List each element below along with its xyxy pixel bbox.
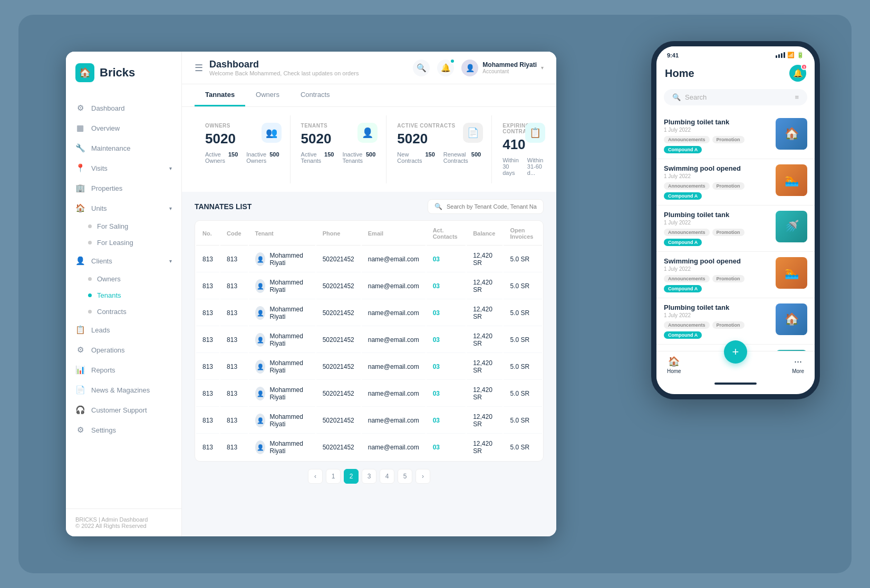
cell-invoices: 5.0 SR xyxy=(504,300,542,326)
mobile-nav-more[interactable]: ··· More xyxy=(792,356,804,374)
sidebar-item-leads[interactable]: 📋 Leads xyxy=(66,320,181,340)
notification-button[interactable]: 🔔 xyxy=(437,60,454,76)
tab-owners[interactable]: Owners xyxy=(245,84,290,106)
feed-item[interactable]: Plumbing toilet tank 1 July 2022 Announc… xyxy=(656,298,815,345)
sidebar-item-operations[interactable]: ⚙ Operations xyxy=(66,340,181,360)
stats-row: OWNERS 5020 👥 Active Owners 150 Inactive… xyxy=(182,107,556,192)
tenant-name: Mohammed Riyati xyxy=(269,306,308,320)
fab-button[interactable]: + xyxy=(724,340,747,364)
stat-sub-item: Inactive Owners 500 xyxy=(246,151,279,164)
sub-dot xyxy=(88,241,92,244)
user-info[interactable]: 👤 Mohammed Riyati Accountant ▾ xyxy=(461,60,544,76)
sidebar-item-settings[interactable]: ⚙ Settings xyxy=(66,420,181,440)
sidebar-item-news[interactable]: 📄 News & Magazines xyxy=(66,380,181,400)
feed-item[interactable]: Swimming pool opened 1 July 2022 Announc… xyxy=(656,252,815,298)
cell-no: 813 xyxy=(196,273,219,299)
cell-act: 03 xyxy=(427,381,466,407)
cell-no: 813 xyxy=(196,408,219,434)
table-row[interactable]: 813 813 👤 Mohammed Riyati 502021452 name… xyxy=(196,247,542,272)
prev-page-button[interactable]: ‹ xyxy=(308,469,323,484)
feed-tag: Announcements xyxy=(664,136,710,143)
stat-card-owners: OWNERS 5020 👥 Active Owners 150 Inactive… xyxy=(195,115,291,183)
tab-contracts[interactable]: Contracts xyxy=(290,84,341,106)
cell-email: name@email.com xyxy=(362,273,426,299)
table-row[interactable]: 813 813 👤 Mohammed Riyati 502021452 name… xyxy=(196,300,542,326)
cell-act: 03 xyxy=(427,273,466,299)
support-icon: 🎧 xyxy=(75,405,85,415)
feed-item[interactable]: Swimming pool opened 1 July 2022 Announc… xyxy=(656,159,815,205)
stat-sub: New Contracts 150 Renewal Contracts 500 xyxy=(397,151,481,164)
table-row[interactable]: 813 813 👤 Mohammed Riyati 502021452 name… xyxy=(196,273,542,299)
cell-no: 813 xyxy=(196,327,219,353)
cell-invoices: 5.0 SR xyxy=(504,354,542,380)
feed-text: Swimming pool opened 1 July 2022 Announc… xyxy=(664,164,770,200)
col-invoices: Open Invoices xyxy=(504,222,542,246)
cell-phone: 502021452 xyxy=(316,435,361,460)
cell-email: name@email.com xyxy=(362,327,426,353)
table-row[interactable]: 813 813 👤 Mohammed Riyati 502021452 name… xyxy=(196,354,542,380)
sidebar-item-tenants[interactable]: Tenants xyxy=(66,287,181,303)
sidebar-item-maintenance[interactable]: 🔧 Maintenance xyxy=(66,138,181,158)
cell-phone: 502021452 xyxy=(316,381,361,407)
sidebar-item-for-saling[interactable]: For Saling xyxy=(66,218,181,234)
table-row[interactable]: 813 813 👤 Mohammed Riyati 502021452 name… xyxy=(196,327,542,353)
sidebar-item-clients[interactable]: 👤 Clients ▾ xyxy=(66,251,181,271)
page-1-button[interactable]: 1 xyxy=(326,469,341,484)
feed-image: 🏠 xyxy=(776,118,807,150)
sidebar-item-visits[interactable]: 📍 Visits ▾ xyxy=(66,158,181,178)
cell-act: 03 xyxy=(427,435,466,460)
mobile-search[interactable]: 🔍 Search ≡ xyxy=(664,89,807,105)
tab-tannates[interactable]: Tannates xyxy=(195,84,245,106)
feed-item[interactable]: Plumbing toilet tank 1 July 2022 Announc… xyxy=(656,113,815,159)
sidebar-item-overview[interactable]: ▦ Overview xyxy=(66,118,181,138)
cell-email: name@email.com xyxy=(362,435,426,460)
cell-balance: 12,420 SR xyxy=(467,273,502,299)
page-3-button[interactable]: 3 xyxy=(362,469,376,484)
feed-tags: AnnouncementsPromotionCompound A xyxy=(664,275,770,292)
cell-tenant: 👤 Mohammed Riyati xyxy=(249,300,315,326)
tenant-name: Mohammed Riyati xyxy=(269,332,308,347)
feed-text: Plumbing toilet tank 1 July 2022 Announc… xyxy=(664,303,770,339)
home-indicator xyxy=(714,383,757,385)
sidebar-item-dashboard[interactable]: ⚙ Dashboard xyxy=(66,98,181,118)
page-title: Dashboard xyxy=(209,59,407,70)
sidebar-item-label: Owners xyxy=(97,275,121,283)
mobile-notification-badge: 3 xyxy=(801,64,807,70)
cell-phone: 502021452 xyxy=(316,247,361,272)
cell-tenant: 👤 Mohammed Riyati xyxy=(249,354,315,380)
search-box[interactable]: 🔍 xyxy=(428,199,544,214)
cell-phone: 502021452 xyxy=(316,273,361,299)
hamburger-icon[interactable]: ☰ xyxy=(195,62,203,74)
header-actions: 🔍 🔔 👤 Mohammed Riyati Accountant ▾ xyxy=(413,60,544,76)
feed-item[interactable]: Plumbing toilet tank 1 July 2022 Announc… xyxy=(656,205,815,252)
mobile-notification-button[interactable]: 🔔 3 xyxy=(789,65,806,82)
page-2-button[interactable]: 2 xyxy=(344,469,359,484)
sidebar-item-reports[interactable]: 📊 Reports xyxy=(66,360,181,380)
sub-label: Active Owners xyxy=(205,151,225,164)
search-input[interactable] xyxy=(447,203,537,210)
sidebar-item-label: Maintenance xyxy=(91,144,130,152)
next-page-button[interactable]: › xyxy=(415,469,430,484)
search-button[interactable]: 🔍 xyxy=(413,60,430,76)
cell-act: 03 xyxy=(427,327,466,353)
sidebar-item-owners[interactable]: Owners xyxy=(66,271,181,287)
cell-email: name@email.com xyxy=(362,381,426,407)
table-row[interactable]: 813 813 👤 Mohammed Riyati 502021452 name… xyxy=(196,408,542,434)
owners-stat-icon: 👥 xyxy=(262,123,282,143)
mobile-nav-home[interactable]: 🏠 Home xyxy=(667,356,681,374)
sidebar-item-properties[interactable]: 🏢 Properties xyxy=(66,178,181,198)
contracts-stat-icon: 📄 xyxy=(463,123,483,143)
sidebar-item-label: For Saling xyxy=(97,222,128,230)
page-5-button[interactable]: 5 xyxy=(398,469,412,484)
page-subtitle: Welcome Back Mohammed, Check last update… xyxy=(209,70,407,76)
sidebar-item-units[interactable]: 🏠 Units ▾ xyxy=(66,198,181,218)
page-4-button[interactable]: 4 xyxy=(380,469,394,484)
col-code: Code xyxy=(220,222,248,246)
tenants-table: No. Code Tenant Phone Email Act. Contact… xyxy=(195,220,544,462)
table-row[interactable]: 813 813 👤 Mohammed Riyati 502021452 name… xyxy=(196,435,542,460)
table-row[interactable]: 813 813 👤 Mohammed Riyati 502021452 name… xyxy=(196,381,542,407)
sidebar-item-contracts[interactable]: Contracts xyxy=(66,303,181,320)
sidebar-item-support[interactable]: 🎧 Customer Support xyxy=(66,400,181,420)
sidebar-item-for-leasing[interactable]: For Leasing xyxy=(66,234,181,251)
sub-label: Within 31-60 d... xyxy=(527,157,544,176)
